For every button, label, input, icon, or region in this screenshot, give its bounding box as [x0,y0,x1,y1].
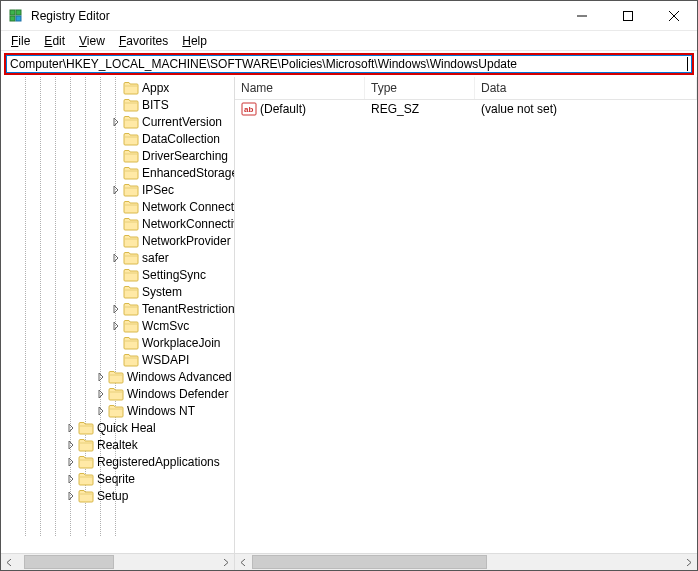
tree-item-label: System [142,285,186,299]
chevron-right-icon[interactable] [65,422,77,434]
folder-icon [123,251,139,265]
column-type[interactable]: Type [365,77,475,99]
tree-item[interactable]: DriverSearching [5,147,234,164]
tree-item[interactable]: WorkplaceJoin [5,334,234,351]
tree-item[interactable]: EnhancedStorageDevices [5,164,234,181]
scroll-left-icon[interactable] [1,554,18,571]
chevron-right-icon[interactable] [65,439,77,451]
chevron-right-icon[interactable] [95,388,107,400]
tree-item[interactable]: Network Connections [5,198,234,215]
tree-item-label: Windows NT [127,404,199,418]
svg-rect-3 [16,16,21,21]
folder-icon [123,217,139,231]
svg-rect-2 [10,16,15,21]
tree-item[interactable]: DataCollection [5,130,234,147]
folder-icon [123,302,139,316]
chevron-right-icon[interactable] [95,405,107,417]
tree-item[interactable]: Quick Heal [5,419,234,436]
tree-item-label: Seqrite [97,472,139,486]
scroll-thumb[interactable] [24,555,114,569]
tree-item[interactable]: WcmSvc [5,317,234,334]
chevron-right-icon[interactable] [110,184,122,196]
chevron-right-icon[interactable] [95,371,107,383]
tree-item[interactable]: Windows Advanced Threat Protection [5,368,234,385]
tree-item[interactable]: CurrentVersion [5,113,234,130]
svg-rect-5 [624,11,633,20]
tree-item[interactable]: RegisteredApplications [5,453,234,470]
scroll-track[interactable] [252,554,680,570]
tree-item-label: TenantRestrictions [142,302,234,316]
maximize-button[interactable] [605,1,651,30]
close-button[interactable] [651,1,697,30]
titlebar: Registry Editor [1,1,697,31]
menu-edit[interactable]: Edit [38,33,71,49]
menu-help[interactable]: Help [176,33,213,49]
svg-rect-0 [10,10,15,15]
tree-item[interactable]: Appx [5,79,234,96]
value-row[interactable]: ab(Default)REG_SZ(value not set) [235,100,697,118]
values-hscrollbar[interactable] [235,553,697,570]
values-list[interactable]: ab(Default)REG_SZ(value not set) [235,100,697,553]
chevron-right-icon[interactable] [110,320,122,332]
folder-icon [123,319,139,333]
chevron-right-icon[interactable] [65,456,77,468]
folder-icon [123,183,139,197]
chevron-right-icon[interactable] [110,252,122,264]
tree-item[interactable]: Realtek [5,436,234,453]
tree-item[interactable]: Windows NT [5,402,234,419]
tree-item-label: IPSec [142,183,178,197]
tree-item[interactable]: NetworkConnectivityStatusIndicator [5,215,234,232]
folder-icon [108,370,124,384]
regedit-icon [9,8,25,24]
scroll-track[interactable] [18,554,217,570]
window-title: Registry Editor [31,9,559,23]
tree-item[interactable]: safer [5,249,234,266]
tree-item[interactable]: WSDAPI [5,351,234,368]
menu-favorites[interactable]: Favorites [113,33,174,49]
column-data[interactable]: Data [475,77,697,99]
tree-item-label: DriverSearching [142,149,232,163]
scroll-right-icon[interactable] [217,554,234,571]
value-type: REG_SZ [365,102,475,116]
folder-icon [123,115,139,129]
tree-item[interactable]: Windows Defender [5,385,234,402]
minimize-button[interactable] [559,1,605,30]
tree-item[interactable]: Seqrite [5,470,234,487]
tree-item-label: EnhancedStorageDevices [142,166,234,180]
content: AppxBITSCurrentVersionDataCollectionDriv… [1,77,697,570]
tree-hscrollbar[interactable] [1,553,234,570]
chevron-right-icon[interactable] [65,473,77,485]
svg-text:ab: ab [244,105,253,114]
window-controls [559,1,697,30]
folder-icon [123,98,139,112]
chevron-right-icon[interactable] [65,490,77,502]
scroll-thumb[interactable] [252,555,487,569]
scroll-right-icon[interactable] [680,554,697,571]
menu-view[interactable]: View [73,33,111,49]
tree-item-label: SettingSync [142,268,210,282]
tree-item[interactable]: NetworkProvider [5,232,234,249]
column-name[interactable]: Name [235,77,365,99]
tree-item-label: safer [142,251,173,265]
value-name: (Default) [260,102,306,116]
addressbar-highlight: Computer\HKEY_LOCAL_MACHINE\SOFTWARE\Pol… [4,53,694,75]
folder-icon [123,234,139,248]
chevron-right-icon[interactable] [110,303,122,315]
tree-item[interactable]: SettingSync [5,266,234,283]
addressbar[interactable]: Computer\HKEY_LOCAL_MACHINE\SOFTWARE\Pol… [6,55,692,73]
tree-item[interactable]: BITS [5,96,234,113]
tree-item[interactable]: TenantRestrictions [5,300,234,317]
chevron-right-icon[interactable] [110,116,122,128]
tree-item[interactable]: Setup [5,487,234,504]
tree-item-label: CurrentVersion [142,115,226,129]
string-value-icon: ab [241,101,257,117]
tree-item-label: WSDAPI [142,353,193,367]
address-path: Computer\HKEY_LOCAL_MACHINE\SOFTWARE\Pol… [10,57,687,71]
tree-item[interactable]: IPSec [5,181,234,198]
tree-item[interactable]: System [5,283,234,300]
tree[interactable]: AppxBITSCurrentVersionDataCollectionDriv… [1,77,234,506]
folder-icon [78,472,94,486]
menu-file[interactable]: File [5,33,36,49]
scroll-left-icon[interactable] [235,554,252,571]
folder-icon [123,149,139,163]
